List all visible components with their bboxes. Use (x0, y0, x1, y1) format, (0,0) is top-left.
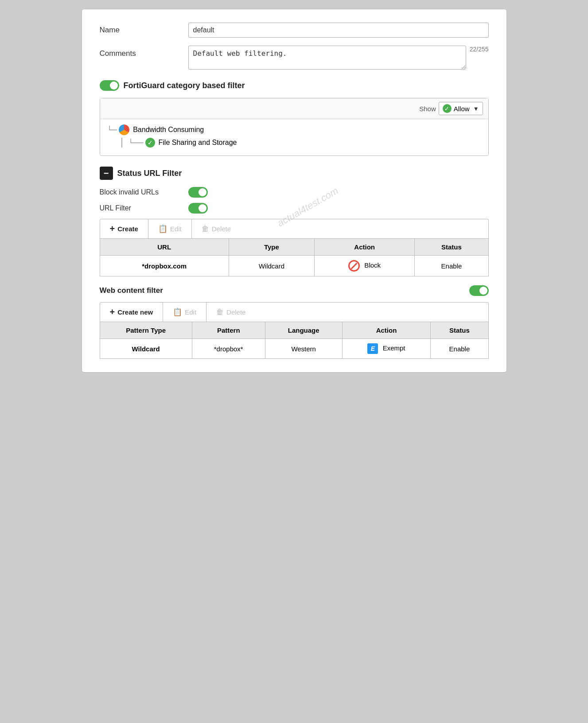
tree-arrow-icon: └─ (107, 126, 117, 134)
create-new-plus-icon: + (110, 307, 115, 317)
plus-icon: + (110, 224, 115, 234)
url-filter-header: − Status URL Filter (100, 167, 489, 180)
create-new-label: Create new (117, 308, 153, 316)
create-label: Create (117, 225, 138, 233)
exempt-icon: E (367, 343, 378, 354)
web-content-label: Web content filter (100, 286, 163, 295)
col-pattern-type: Pattern Type (100, 322, 192, 339)
pattern-cell: *dropbox* (192, 339, 265, 359)
web-edit-button[interactable]: 📋 Edit (163, 303, 206, 322)
web-content-toggle[interactable] (469, 285, 489, 296)
web-content-header: Web content filter (100, 285, 489, 296)
col-web-status: Status (431, 322, 488, 339)
type-cell: Wildcard (229, 256, 314, 276)
tree-item-filesharing: └── ✓ File Sharing and Storage (121, 138, 481, 148)
name-row: Name (100, 23, 489, 38)
status-cell: Enable (415, 256, 488, 276)
block-icon (348, 260, 360, 272)
block-invalid-label: Block invalid URLs (100, 188, 188, 196)
comments-row: Comments Default web filtering. 22/255 (100, 46, 489, 70)
fortiguard-title: FortiGuard category based filter (124, 81, 245, 90)
web-action-cell: E Exempt (342, 339, 431, 359)
url-filter-toolbar: + Create 📋 Edit 🗑 Delete (100, 219, 489, 238)
fortiguard-toggle[interactable] (100, 80, 119, 91)
name-input[interactable] (188, 23, 489, 38)
url-filter-label: URL Filter (100, 204, 188, 212)
edit-button[interactable]: 📋 Edit (148, 219, 192, 238)
col-action: Action (314, 239, 415, 256)
web-edit-label: Edit (185, 308, 196, 316)
url-filter-toggle[interactable] (188, 203, 208, 214)
create-new-button[interactable]: + Create new (100, 303, 164, 322)
comments-label: Comments (100, 46, 188, 58)
edit-label: Edit (170, 225, 182, 233)
url-filter-row: URL Filter actual4test.com (100, 203, 489, 214)
col-url: URL (100, 239, 229, 256)
show-label: Show (419, 105, 436, 113)
bandwidth-label: Bandwidth Consuming (133, 126, 204, 134)
trash-icon: 🗑 (202, 225, 209, 233)
url-filter-minus-icon[interactable]: − (100, 167, 113, 180)
fortiguard-header: FortiGuard category based filter (100, 80, 489, 91)
web-delete-label: Delete (226, 308, 245, 316)
delete-label: Delete (212, 225, 231, 233)
url-filter-title: Status URL Filter (117, 169, 182, 178)
action-cell: Block (314, 256, 415, 276)
tree-item-bandwidth: └─ Bandwidth Consuming (107, 124, 481, 135)
bandwidth-icon (119, 124, 129, 135)
show-dropdown[interactable]: ✓ Allow ▼ (439, 102, 483, 115)
web-edit-icon: 📋 (173, 307, 182, 317)
url-table-header-row: URL Type Action Status (100, 239, 488, 256)
col-pattern: Pattern (192, 322, 265, 339)
create-button[interactable]: + Create (100, 219, 148, 238)
filesharing-label: File Sharing and Storage (159, 139, 237, 147)
web-trash-icon: 🗑 (216, 308, 224, 317)
edit-icon: 📋 (158, 224, 167, 233)
comments-input[interactable]: Default web filtering. (188, 46, 466, 70)
web-table-header-row: Pattern Type Pattern Language Action Sta… (100, 322, 488, 339)
name-label: Name (100, 26, 188, 35)
dropdown-arrow-icon: ▼ (473, 105, 479, 112)
table-row[interactable]: Wildcard *dropbox* Western E Exempt Enab… (100, 339, 488, 359)
tree-indent-arrow-icon: └── (129, 139, 144, 147)
block-invalid-toggle[interactable] (188, 187, 208, 198)
language-cell: Western (265, 339, 342, 359)
pattern-type-cell: Wildcard (100, 339, 192, 359)
show-bar: Show ✓ Allow ▼ (100, 98, 488, 119)
fortiguard-box: Show ✓ Allow ▼ └─ Bandwidth Consuming └─… (100, 98, 489, 156)
tree-content: └─ Bandwidth Consuming └── ✓ File Sharin… (100, 119, 488, 155)
table-row[interactable]: *dropbox.com Wildcard Block Enable (100, 256, 488, 276)
web-content-table: Pattern Type Pattern Language Action Sta… (100, 322, 489, 359)
web-status-cell: Enable (431, 339, 488, 359)
show-value: Allow (454, 105, 470, 113)
allow-check-icon: ✓ (443, 104, 452, 113)
col-language: Language (265, 322, 342, 339)
web-delete-button[interactable]: 🗑 Delete (206, 303, 255, 322)
url-filter-table: URL Type Action Status *dropbox.com Wild… (100, 238, 489, 276)
delete-button[interactable]: 🗑 Delete (192, 219, 241, 238)
col-web-action: Action (342, 322, 431, 339)
url-cell: *dropbox.com (100, 256, 229, 276)
col-status: Status (415, 239, 488, 256)
col-type: Type (229, 239, 314, 256)
filesharing-check-icon: ✓ (145, 138, 155, 148)
web-content-toolbar: + Create new 📋 Edit 🗑 Delete (100, 302, 489, 322)
char-count: 22/255 (470, 46, 489, 53)
block-invalid-row: Block invalid URLs (100, 187, 489, 198)
